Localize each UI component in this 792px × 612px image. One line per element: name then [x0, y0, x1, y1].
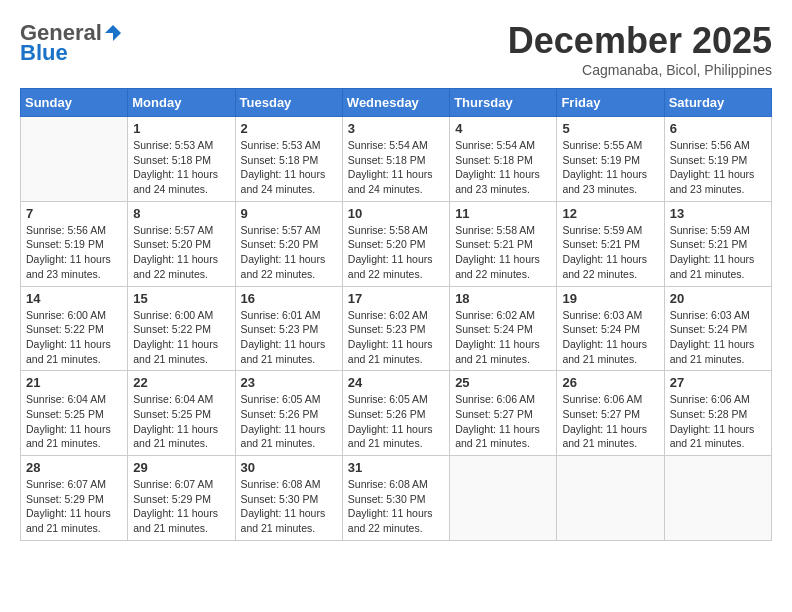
day-info: Sunrise: 5:59 AM Sunset: 5:21 PM Dayligh… — [670, 223, 766, 282]
day-number: 4 — [455, 121, 551, 136]
day-info: Sunrise: 5:57 AM Sunset: 5:20 PM Dayligh… — [241, 223, 337, 282]
calendar-cell: 21Sunrise: 6:04 AM Sunset: 5:25 PM Dayli… — [21, 371, 128, 456]
day-info: Sunrise: 5:53 AM Sunset: 5:18 PM Dayligh… — [241, 138, 337, 197]
calendar-cell: 31Sunrise: 6:08 AM Sunset: 5:30 PM Dayli… — [342, 456, 449, 541]
calendar-cell: 18Sunrise: 6:02 AM Sunset: 5:24 PM Dayli… — [450, 286, 557, 371]
calendar-cell — [664, 456, 771, 541]
day-number: 1 — [133, 121, 229, 136]
calendar-cell — [557, 456, 664, 541]
day-info: Sunrise: 6:06 AM Sunset: 5:28 PM Dayligh… — [670, 392, 766, 451]
day-info: Sunrise: 6:02 AM Sunset: 5:24 PM Dayligh… — [455, 308, 551, 367]
day-number: 24 — [348, 375, 444, 390]
day-info: Sunrise: 6:08 AM Sunset: 5:30 PM Dayligh… — [348, 477, 444, 536]
day-number: 10 — [348, 206, 444, 221]
day-info: Sunrise: 6:00 AM Sunset: 5:22 PM Dayligh… — [26, 308, 122, 367]
day-number: 8 — [133, 206, 229, 221]
weekday-header-wednesday: Wednesday — [342, 89, 449, 117]
day-info: Sunrise: 6:04 AM Sunset: 5:25 PM Dayligh… — [133, 392, 229, 451]
weekday-header-sunday: Sunday — [21, 89, 128, 117]
day-info: Sunrise: 6:06 AM Sunset: 5:27 PM Dayligh… — [562, 392, 658, 451]
calendar-cell: 4Sunrise: 5:54 AM Sunset: 5:18 PM Daylig… — [450, 117, 557, 202]
day-info: Sunrise: 5:59 AM Sunset: 5:21 PM Dayligh… — [562, 223, 658, 282]
title-block: December 2025 Cagmanaba, Bicol, Philippi… — [508, 20, 772, 78]
day-number: 2 — [241, 121, 337, 136]
day-info: Sunrise: 6:02 AM Sunset: 5:23 PM Dayligh… — [348, 308, 444, 367]
calendar-cell: 7Sunrise: 5:56 AM Sunset: 5:19 PM Daylig… — [21, 201, 128, 286]
calendar-cell: 25Sunrise: 6:06 AM Sunset: 5:27 PM Dayli… — [450, 371, 557, 456]
calendar-cell: 3Sunrise: 5:54 AM Sunset: 5:18 PM Daylig… — [342, 117, 449, 202]
location: Cagmanaba, Bicol, Philippines — [508, 62, 772, 78]
day-info: Sunrise: 5:55 AM Sunset: 5:19 PM Dayligh… — [562, 138, 658, 197]
calendar-cell: 13Sunrise: 5:59 AM Sunset: 5:21 PM Dayli… — [664, 201, 771, 286]
day-info: Sunrise: 6:00 AM Sunset: 5:22 PM Dayligh… — [133, 308, 229, 367]
svg-marker-0 — [105, 25, 121, 41]
day-number: 20 — [670, 291, 766, 306]
calendar-cell: 28Sunrise: 6:07 AM Sunset: 5:29 PM Dayli… — [21, 456, 128, 541]
day-number: 18 — [455, 291, 551, 306]
calendar-cell: 6Sunrise: 5:56 AM Sunset: 5:19 PM Daylig… — [664, 117, 771, 202]
day-info: Sunrise: 6:05 AM Sunset: 5:26 PM Dayligh… — [348, 392, 444, 451]
calendar-cell: 16Sunrise: 6:01 AM Sunset: 5:23 PM Dayli… — [235, 286, 342, 371]
day-number: 6 — [670, 121, 766, 136]
calendar-cell — [450, 456, 557, 541]
calendar-cell: 19Sunrise: 6:03 AM Sunset: 5:24 PM Dayli… — [557, 286, 664, 371]
calendar-cell: 8Sunrise: 5:57 AM Sunset: 5:20 PM Daylig… — [128, 201, 235, 286]
day-number: 21 — [26, 375, 122, 390]
day-number: 3 — [348, 121, 444, 136]
day-info: Sunrise: 5:56 AM Sunset: 5:19 PM Dayligh… — [670, 138, 766, 197]
calendar-week-row: 1Sunrise: 5:53 AM Sunset: 5:18 PM Daylig… — [21, 117, 772, 202]
day-number: 22 — [133, 375, 229, 390]
calendar-cell: 5Sunrise: 5:55 AM Sunset: 5:19 PM Daylig… — [557, 117, 664, 202]
calendar-cell: 14Sunrise: 6:00 AM Sunset: 5:22 PM Dayli… — [21, 286, 128, 371]
calendar-week-row: 7Sunrise: 5:56 AM Sunset: 5:19 PM Daylig… — [21, 201, 772, 286]
day-info: Sunrise: 6:06 AM Sunset: 5:27 PM Dayligh… — [455, 392, 551, 451]
day-number: 26 — [562, 375, 658, 390]
day-number: 29 — [133, 460, 229, 475]
weekday-header-monday: Monday — [128, 89, 235, 117]
day-info: Sunrise: 5:54 AM Sunset: 5:18 PM Dayligh… — [348, 138, 444, 197]
day-info: Sunrise: 6:03 AM Sunset: 5:24 PM Dayligh… — [670, 308, 766, 367]
calendar-cell: 26Sunrise: 6:06 AM Sunset: 5:27 PM Dayli… — [557, 371, 664, 456]
weekday-header-tuesday: Tuesday — [235, 89, 342, 117]
calendar-header-row: SundayMondayTuesdayWednesdayThursdayFrid… — [21, 89, 772, 117]
calendar-cell — [21, 117, 128, 202]
day-number: 9 — [241, 206, 337, 221]
calendar-cell: 15Sunrise: 6:00 AM Sunset: 5:22 PM Dayli… — [128, 286, 235, 371]
day-number: 19 — [562, 291, 658, 306]
logo-blue: Blue — [20, 40, 68, 66]
day-info: Sunrise: 6:05 AM Sunset: 5:26 PM Dayligh… — [241, 392, 337, 451]
day-number: 13 — [670, 206, 766, 221]
day-info: Sunrise: 6:03 AM Sunset: 5:24 PM Dayligh… — [562, 308, 658, 367]
day-number: 27 — [670, 375, 766, 390]
day-number: 16 — [241, 291, 337, 306]
calendar-cell: 24Sunrise: 6:05 AM Sunset: 5:26 PM Dayli… — [342, 371, 449, 456]
day-number: 5 — [562, 121, 658, 136]
calendar-cell: 1Sunrise: 5:53 AM Sunset: 5:18 PM Daylig… — [128, 117, 235, 202]
day-info: Sunrise: 5:57 AM Sunset: 5:20 PM Dayligh… — [133, 223, 229, 282]
day-number: 12 — [562, 206, 658, 221]
calendar-cell: 29Sunrise: 6:07 AM Sunset: 5:29 PM Dayli… — [128, 456, 235, 541]
weekday-header-friday: Friday — [557, 89, 664, 117]
calendar-cell: 17Sunrise: 6:02 AM Sunset: 5:23 PM Dayli… — [342, 286, 449, 371]
calendar-week-row: 14Sunrise: 6:00 AM Sunset: 5:22 PM Dayli… — [21, 286, 772, 371]
day-info: Sunrise: 6:08 AM Sunset: 5:30 PM Dayligh… — [241, 477, 337, 536]
logo: General Blue — [20, 20, 124, 66]
day-info: Sunrise: 6:07 AM Sunset: 5:29 PM Dayligh… — [133, 477, 229, 536]
day-number: 31 — [348, 460, 444, 475]
day-number: 14 — [26, 291, 122, 306]
day-info: Sunrise: 5:58 AM Sunset: 5:21 PM Dayligh… — [455, 223, 551, 282]
day-info: Sunrise: 5:58 AM Sunset: 5:20 PM Dayligh… — [348, 223, 444, 282]
day-number: 23 — [241, 375, 337, 390]
day-number: 17 — [348, 291, 444, 306]
day-info: Sunrise: 5:56 AM Sunset: 5:19 PM Dayligh… — [26, 223, 122, 282]
day-info: Sunrise: 5:53 AM Sunset: 5:18 PM Dayligh… — [133, 138, 229, 197]
day-info: Sunrise: 6:04 AM Sunset: 5:25 PM Dayligh… — [26, 392, 122, 451]
calendar-cell: 11Sunrise: 5:58 AM Sunset: 5:21 PM Dayli… — [450, 201, 557, 286]
calendar-cell: 10Sunrise: 5:58 AM Sunset: 5:20 PM Dayli… — [342, 201, 449, 286]
day-number: 28 — [26, 460, 122, 475]
calendar-cell: 2Sunrise: 5:53 AM Sunset: 5:18 PM Daylig… — [235, 117, 342, 202]
day-number: 15 — [133, 291, 229, 306]
calendar-cell: 12Sunrise: 5:59 AM Sunset: 5:21 PM Dayli… — [557, 201, 664, 286]
day-info: Sunrise: 6:01 AM Sunset: 5:23 PM Dayligh… — [241, 308, 337, 367]
day-number: 30 — [241, 460, 337, 475]
